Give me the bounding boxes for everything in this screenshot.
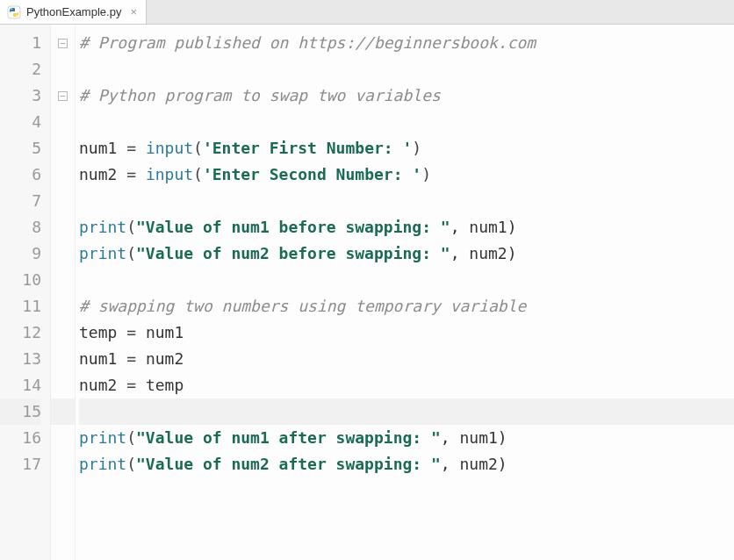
code-line[interactable]: num2 = input('Enter Second Number: ') — [79, 162, 734, 188]
code-line[interactable] — [79, 267, 734, 293]
fold-gutter: −− — [51, 25, 76, 560]
fold-marker — [51, 241, 75, 267]
line-number: 15 — [0, 398, 41, 425]
code-token: ( — [126, 218, 136, 236]
code-token: num2 — [79, 165, 126, 183]
code-token: = — [126, 165, 146, 183]
fold-marker[interactable]: − — [51, 30, 75, 56]
code-token: , num2) — [450, 244, 517, 262]
code-line[interactable] — [79, 109, 734, 135]
code-token: # swapping two numbers using temporary v… — [79, 297, 526, 315]
code-line[interactable]: temp = num1 — [79, 319, 734, 346]
code-token: "Value of num2 after swapping: " — [136, 455, 441, 473]
code-token: print — [79, 428, 126, 447]
code-line[interactable] — [79, 188, 734, 214]
line-number: 2 — [0, 56, 41, 83]
code-token: "Value of num2 before swapping: " — [136, 244, 450, 262]
fold-marker — [51, 267, 75, 293]
code-area[interactable]: # Program published on https://beginners… — [76, 25, 734, 560]
code-token: ) — [412, 139, 421, 157]
line-number: 4 — [0, 109, 41, 135]
fold-marker — [51, 214, 75, 241]
editor: 1234567891011121314151617 −− # Program p… — [0, 25, 734, 560]
code-token: num2 — [79, 376, 126, 394]
line-number: 10 — [0, 267, 41, 293]
code-token: ) — [421, 165, 431, 183]
code-line[interactable] — [79, 398, 734, 425]
code-token: = — [126, 376, 146, 394]
code-token: input — [146, 165, 193, 183]
fold-marker[interactable]: − — [51, 83, 75, 109]
code-token: num1 — [146, 323, 184, 341]
code-token: # Program published on https://beginners… — [79, 33, 536, 52]
code-line[interactable]: num1 = num2 — [79, 346, 734, 372]
code-token: , num2) — [441, 455, 507, 473]
line-number: 5 — [0, 135, 41, 162]
line-number: 9 — [0, 241, 41, 267]
code-line[interactable] — [79, 56, 734, 83]
line-number: 14 — [0, 372, 41, 398]
python-file-icon — [7, 5, 21, 19]
fold-marker — [51, 398, 75, 425]
code-token: temp — [79, 323, 126, 341]
code-line[interactable]: num1 = input('Enter First Number: ') — [79, 135, 734, 162]
tab-filename: PythonExample.py — [26, 5, 121, 18]
line-number: 8 — [0, 214, 41, 241]
code-token: 'Enter First Number: ' — [203, 139, 412, 157]
code-line[interactable]: print("Value of num1 after swapping: ", … — [79, 425, 734, 451]
svg-point-2 — [16, 15, 17, 16]
fold-marker — [51, 425, 75, 451]
fold-marker — [51, 293, 75, 319]
fold-marker — [51, 346, 75, 372]
fold-marker — [51, 372, 75, 398]
code-line[interactable]: num2 = temp — [79, 372, 734, 398]
fold-marker — [51, 162, 75, 188]
code-token: input — [146, 139, 193, 157]
fold-marker — [51, 109, 75, 135]
code-token: print — [79, 455, 126, 473]
code-token: = — [126, 323, 146, 341]
code-token: ( — [193, 165, 203, 183]
fold-marker — [51, 135, 75, 162]
code-token: ( — [126, 455, 136, 473]
fold-marker — [51, 56, 75, 83]
code-token: = — [126, 139, 146, 157]
line-number: 17 — [0, 451, 41, 477]
code-line[interactable]: # swapping two numbers using temporary v… — [79, 293, 734, 319]
code-token: num1 — [79, 349, 126, 368]
code-token: ( — [193, 139, 203, 157]
fold-marker — [51, 319, 75, 346]
code-token: print — [79, 218, 126, 236]
line-number: 6 — [0, 162, 41, 188]
line-number: 11 — [0, 293, 41, 319]
code-token: , num1) — [450, 218, 517, 236]
code-token: ( — [126, 428, 136, 447]
code-token: "Value of num1 before swapping: " — [136, 218, 450, 236]
file-tab[interactable]: PythonExample.py × — [0, 0, 147, 24]
code-token: # Python program to swap two variables — [79, 86, 441, 104]
code-token: 'Enter Second Number: ' — [203, 165, 421, 183]
code-token: print — [79, 244, 126, 262]
fold-marker — [51, 188, 75, 214]
line-number-gutter: 1234567891011121314151617 — [0, 25, 51, 560]
line-number: 13 — [0, 346, 41, 372]
close-icon[interactable]: × — [130, 5, 137, 18]
code-token: ( — [126, 244, 136, 262]
code-line[interactable]: # Python program to swap two variables — [79, 83, 734, 109]
code-token: , num1) — [441, 428, 507, 447]
line-number: 1 — [0, 30, 41, 56]
line-number: 16 — [0, 425, 41, 451]
code-token: num1 — [79, 139, 126, 157]
svg-point-1 — [11, 8, 12, 9]
tab-bar: PythonExample.py × — [0, 0, 734, 25]
code-line[interactable]: print("Value of num2 before swapping: ",… — [79, 241, 734, 267]
code-token: "Value of num1 after swapping: " — [136, 428, 441, 447]
code-token: = — [126, 349, 146, 368]
fold-marker — [51, 451, 75, 477]
code-line[interactable]: print("Value of num1 before swapping: ",… — [79, 214, 734, 241]
code-token: num2 — [146, 349, 184, 368]
line-number: 12 — [0, 319, 41, 346]
code-token: temp — [146, 376, 184, 394]
code-line[interactable]: print("Value of num2 after swapping: ", … — [79, 451, 734, 477]
code-line[interactable]: # Program published on https://beginners… — [79, 30, 734, 56]
